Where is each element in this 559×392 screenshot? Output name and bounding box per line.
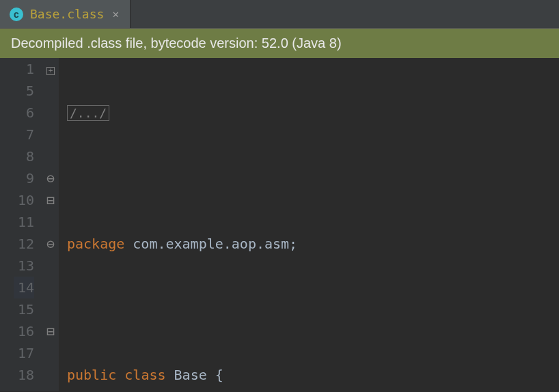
line-number-gutter: 1 5 6 7 8 9 10 11 12 13 14 15 16 17 18 <box>0 58 42 391</box>
code-area[interactable]: /.../ package com.example.aop.asm; publi… <box>59 58 380 391</box>
line-number: 16 <box>14 320 34 342</box>
tab-bar: c Base.class ✕ <box>0 0 559 29</box>
line-number: 7 <box>14 124 34 145</box>
fold-end-icon[interactable]: ⊟ <box>42 189 59 211</box>
line-number: 10 <box>14 189 34 211</box>
line-number: 13 <box>14 255 34 277</box>
class-file-icon: c <box>10 8 23 21</box>
code-editor[interactable]: 1 5 6 7 8 9 10 11 12 13 14 15 16 17 18 +… <box>0 58 559 391</box>
decompiled-banner: Decompiled .class file, bytecode version… <box>0 29 559 58</box>
line-number: 9 <box>14 167 34 189</box>
code-line: public class Base { <box>67 364 380 386</box>
tab-label: Base.class <box>30 7 104 21</box>
line-number: 6 <box>14 102 34 124</box>
line-number: 1 <box>14 58 34 80</box>
line-number: 15 <box>14 298 34 320</box>
line-number: 5 <box>14 80 34 102</box>
line-number: 8 <box>14 145 34 167</box>
line-number: 17 <box>14 342 34 364</box>
fold-collapse-icon[interactable]: ⊖ <box>42 233 59 255</box>
line-number: 18 <box>14 364 34 386</box>
close-icon[interactable]: ✕ <box>111 8 120 20</box>
code-line <box>67 167 380 189</box>
fold-gutter: + ⊖ ⊟ ⊖ ⊟ <box>42 58 59 391</box>
line-number: 14 <box>14 277 34 298</box>
code-line <box>67 298 380 320</box>
line-number: 11 <box>14 211 34 233</box>
fold-end-icon[interactable]: ⊟ <box>42 320 59 342</box>
code-line: /.../ <box>67 102 380 124</box>
code-line: package com.example.aop.asm; <box>67 233 380 255</box>
folded-region[interactable]: /.../ <box>67 105 109 121</box>
file-tab[interactable]: c Base.class ✕ <box>0 0 131 28</box>
fold-collapse-icon[interactable]: ⊖ <box>42 167 59 189</box>
line-number: 12 <box>14 233 34 255</box>
fold-expand-icon[interactable]: + <box>42 58 59 80</box>
